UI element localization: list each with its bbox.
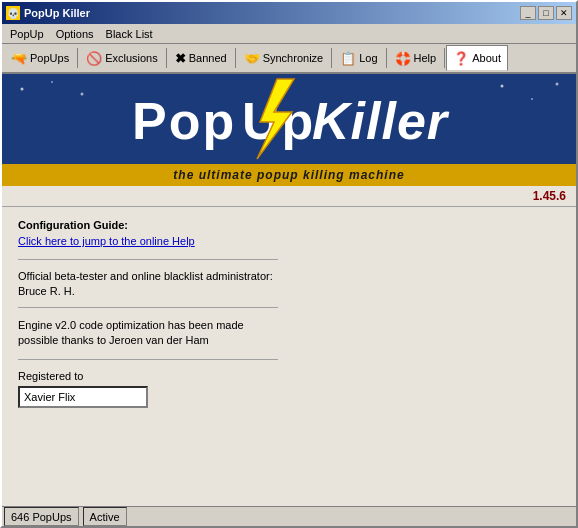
popups-count: 646 PopUps bbox=[4, 507, 79, 526]
toolbar-log-label: Log bbox=[359, 52, 377, 64]
toolbar-separator-3 bbox=[235, 48, 236, 68]
divider-3 bbox=[18, 359, 278, 360]
toolbar-exclusions[interactable]: 🚫 Exclusions bbox=[79, 45, 165, 71]
subtitle-text: the ultimate popup killing machine bbox=[173, 168, 404, 182]
toolbar-popups[interactable]: 🔫 PopUps bbox=[4, 45, 76, 71]
svg-point-6 bbox=[556, 83, 559, 86]
help-icon: 🛟 bbox=[395, 51, 411, 66]
banner-subtitle: the ultimate popup killing machine bbox=[2, 164, 576, 186]
menu-bar: PopUp Options Black List bbox=[2, 24, 576, 44]
menu-popup[interactable]: PopUp bbox=[4, 26, 50, 42]
toolbar-banned[interactable]: ✖ Banned bbox=[168, 45, 234, 71]
version-number: 1.45.6 bbox=[533, 189, 566, 203]
synchronize-icon: 🤝 bbox=[244, 51, 260, 66]
divider-2 bbox=[18, 307, 278, 308]
toolbar-separator-5 bbox=[386, 48, 387, 68]
svg-text:Pop: Pop bbox=[132, 92, 236, 150]
svg-point-4 bbox=[501, 85, 504, 88]
toolbar-popups-label: PopUps bbox=[30, 52, 69, 64]
engine-note: Engine v2.0 code optimization has been m… bbox=[18, 318, 278, 349]
status-bar: 646 PopUps Active bbox=[2, 506, 576, 526]
version-area: 1.45.6 bbox=[2, 186, 576, 207]
svg-point-2 bbox=[51, 81, 53, 83]
divider-1 bbox=[18, 259, 278, 260]
app-icon: 💀 bbox=[6, 6, 20, 20]
menu-options[interactable]: Options bbox=[50, 26, 100, 42]
help-link[interactable]: Click here to jump to the online Help bbox=[18, 235, 560, 247]
about-icon: ❓ bbox=[453, 51, 469, 66]
banner-background: Pop Up Killer bbox=[2, 74, 576, 164]
minimize-button[interactable]: _ bbox=[520, 6, 536, 20]
svg-point-1 bbox=[21, 88, 24, 91]
toolbar-synchronize-label: Synchronize bbox=[263, 52, 324, 64]
close-button[interactable]: ✕ bbox=[556, 6, 572, 20]
toolbar-log[interactable]: 📋 Log bbox=[333, 45, 384, 71]
toolbar-separator-2 bbox=[166, 48, 167, 68]
svg-point-5 bbox=[531, 98, 533, 100]
maximize-button[interactable]: □ bbox=[538, 6, 554, 20]
title-bar: 💀 PopUp Killer _ □ ✕ bbox=[2, 2, 576, 24]
window-title: PopUp Killer bbox=[24, 7, 90, 19]
beta-tester-label: Official beta-tester and online blacklis… bbox=[18, 270, 560, 282]
svg-text:Killer: Killer bbox=[312, 92, 450, 150]
toolbar-help-label: Help bbox=[414, 52, 437, 64]
toolbar-separator-6 bbox=[444, 48, 445, 68]
toolbar-help[interactable]: 🛟 Help bbox=[388, 45, 444, 71]
registered-input[interactable] bbox=[18, 386, 148, 408]
popups-icon: 🔫 bbox=[11, 51, 27, 66]
toolbar-synchronize[interactable]: 🤝 Synchronize bbox=[237, 45, 331, 71]
toolbar: 🔫 PopUps 🚫 Exclusions ✖ Banned 🤝 Synchro… bbox=[2, 44, 576, 74]
menu-blacklist[interactable]: Black List bbox=[100, 26, 159, 42]
toolbar-banned-label: Banned bbox=[189, 52, 227, 64]
exclusions-icon: 🚫 bbox=[86, 51, 102, 66]
registered-label: Registered to bbox=[18, 370, 560, 382]
active-status: Active bbox=[83, 507, 127, 526]
svg-point-3 bbox=[81, 93, 84, 96]
beta-tester-name: Bruce R. H. bbox=[18, 285, 560, 297]
toolbar-exclusions-label: Exclusions bbox=[105, 52, 158, 64]
toolbar-about[interactable]: ❓ About bbox=[446, 45, 508, 71]
window-controls: _ □ ✕ bbox=[520, 6, 572, 20]
toolbar-about-label: About bbox=[472, 52, 501, 64]
log-icon: 📋 bbox=[340, 51, 356, 66]
app-banner: Pop Up Killer bbox=[2, 74, 576, 164]
toolbar-separator-1 bbox=[77, 48, 78, 68]
banned-icon: ✖ bbox=[175, 51, 186, 66]
config-guide-label: Configuration Guide: bbox=[18, 219, 560, 231]
main-content: Configuration Guide: Click here to jump … bbox=[2, 207, 576, 526]
toolbar-separator-4 bbox=[331, 48, 332, 68]
